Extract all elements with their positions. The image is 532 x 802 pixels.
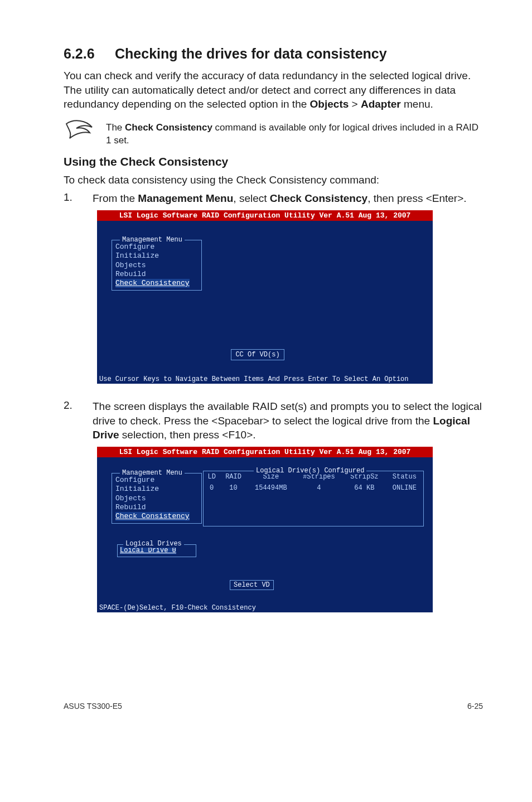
note-text: The Check Consistency command is availab… [106, 119, 483, 147]
s1-mid: , select [233, 192, 269, 204]
step-2-text: The screen displays the available RAID s… [93, 399, 483, 442]
intro-sep: > [349, 98, 361, 110]
menu-item-rebuild[interactable]: Rebuild [115, 270, 198, 279]
menu2-check-consistency[interactable]: Check Consistency [115, 512, 190, 521]
cc-of-vd-box[interactable]: CC Of VD(s) [231, 349, 284, 360]
table-row[interactable]: 0 10 154494MB 4 64 KB ONLINE [204, 482, 423, 494]
s1-pre: From the [93, 192, 138, 204]
section-number: 6.2.6 [64, 46, 115, 62]
bios-hint-1: Use Cursor Keys to Navigate Between Item… [97, 375, 433, 384]
step-1-number: 1. [64, 191, 75, 206]
menu2-objects[interactable]: Objects [115, 494, 198, 503]
col-status: Status [386, 471, 423, 482]
bios-screen-1: Management Menu Configure Initialize Obj… [97, 221, 433, 375]
logical-drives-panel: Logical Drive(s) Configured LD RAID Size… [203, 471, 424, 526]
menu-item-check-consistency[interactable]: Check Consistency [115, 279, 190, 288]
step-1-text: From the Management Menu, select Check C… [93, 191, 483, 206]
intro-paragraph: You can check and verify the accuracy of… [64, 69, 483, 112]
cell-raid: 10 [220, 482, 246, 494]
management-menu-box-2: Management Menu Configure Initialize Obj… [112, 473, 202, 524]
menu-item-configure[interactable]: Configure [115, 243, 198, 252]
management-menu-box: Management Menu Configure Initialize Obj… [112, 240, 202, 291]
cell-status: ONLINE [386, 482, 423, 494]
col-ld: LD [204, 471, 220, 482]
col-raid: RAID [220, 471, 246, 482]
select-vd-box[interactable]: Select VD [230, 580, 274, 590]
bios-titlebar: LSI Logic Software RAID Configuration Ut… [97, 210, 433, 221]
note-pre: The [106, 122, 125, 133]
menu2-initialize[interactable]: Initialize [115, 485, 198, 494]
page-content: 6.2.6Checking the drives for data consis… [0, 0, 532, 733]
note-block: The Check Consistency command is availab… [64, 119, 483, 147]
footer-right: 6-25 [467, 702, 483, 711]
section-heading: 6.2.6Checking the drives for data consis… [64, 46, 483, 62]
management-menu-title-2: Management Menu [120, 469, 185, 477]
intro-after: menu. [401, 98, 433, 110]
bios-screenshot-2: LSI Logic Software RAID Configuration Ut… [97, 447, 433, 612]
cell-ld: 0 [204, 482, 220, 494]
management-menu-title: Management Menu [120, 236, 185, 244]
step-2: 2. The screen displays the available RAI… [64, 399, 483, 442]
step-2-number: 2. [64, 399, 75, 442]
intro-objects: Objects [310, 98, 349, 110]
logical-drive-0[interactable]: Loical Drive 0 [120, 547, 176, 554]
page-footer: ASUS TS300-E5 6-25 [64, 702, 483, 711]
panel-title: Logical Drive(s) Configured [254, 467, 366, 475]
s1-b1: Management Menu [138, 192, 233, 204]
s1-post: , then press <Enter>. [367, 192, 466, 204]
logical-drives-box: Logical Drives Loical Drive 0 [117, 544, 196, 557]
step-1: 1. From the Management Menu, select Chec… [64, 191, 483, 206]
s1-b2: Check Consistency [270, 192, 367, 204]
menu-item-initialize[interactable]: Initialize [115, 252, 198, 260]
note-icon [64, 119, 95, 142]
menu-item-objects[interactable]: Objects [115, 261, 198, 270]
logical-drives-title: Logical Drives [123, 540, 184, 548]
bios-screenshot-1: LSI Logic Software RAID Configuration Ut… [97, 210, 433, 384]
bios-titlebar-2: LSI Logic Software RAID Configuration Ut… [97, 447, 433, 457]
intro-adapter: Adapter [361, 98, 401, 110]
menu2-rebuild[interactable]: Rebuild [115, 503, 198, 512]
cell-stripes: 4 [295, 482, 343, 494]
cell-size: 154494MB [247, 482, 295, 494]
bios-screen-2: Management Menu Configure Initialize Obj… [97, 457, 433, 603]
footer-left: ASUS TS300-E5 [64, 702, 122, 711]
s2-pre: The screen displays the available RAID s… [93, 400, 482, 427]
subsection-heading: Using the Check Consistency [64, 155, 483, 168]
cell-stripsz: 64 KB [343, 482, 386, 494]
bios-hint-2: SPACE-(De)Select, F10-Check Consistency [97, 603, 433, 612]
subsection-lead: To check data consistency using the Chec… [64, 173, 483, 187]
s2-post: selection, then press <F10>. [119, 429, 256, 441]
logical-drives-table: LD RAID Size #Stripes StripSz Status 0 1… [204, 471, 423, 494]
note-bold: Check Consistency [125, 122, 212, 133]
menu2-configure[interactable]: Configure [115, 476, 198, 485]
section-title: Checking the drives for data consistency [115, 46, 387, 61]
